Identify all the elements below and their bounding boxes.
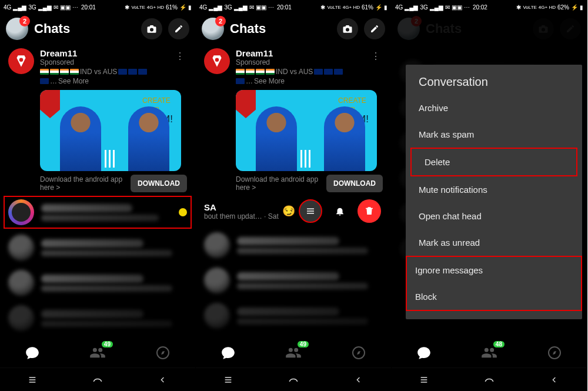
chat-preview-blurred <box>237 283 368 289</box>
tab-discover[interactable] <box>151 341 175 365</box>
sponsor-banner[interactable]: CREATEYOURTEAM! <box>236 90 377 171</box>
home-arc-icon <box>482 375 497 385</box>
system-nav-bar <box>392 367 587 391</box>
swipe-delete-button[interactable] <box>358 199 381 223</box>
recents-button[interactable] <box>215 372 242 387</box>
charging-icon: ⚡ <box>179 4 186 11</box>
bluetooth-icon: ✱ <box>125 4 129 11</box>
net-4g-icon: 4G <box>395 4 403 11</box>
swipe-menu-button[interactable] <box>299 199 322 223</box>
menu-title: Conversation <box>406 75 582 95</box>
download-button[interactable]: DOWNLOAD <box>131 175 187 192</box>
sponsor-banner[interactable]: CREATEYOURTEAM! <box>40 90 181 171</box>
back-button[interactable] <box>541 372 568 387</box>
app-header: 2 Chats <box>196 14 391 44</box>
home-button[interactable] <box>280 372 307 387</box>
chat-avatar[interactable] <box>8 235 34 260</box>
chat-row-highlighted[interactable] <box>0 195 195 230</box>
chat-name-blurred <box>41 275 143 283</box>
ribbon-icon <box>40 90 60 118</box>
signal-icon: ▂▄▆ <box>209 4 222 11</box>
chat-avatar[interactable] <box>8 199 34 225</box>
see-more-link[interactable]: See More <box>254 77 285 85</box>
menu-unread[interactable]: Mark as unread <box>406 229 582 256</box>
camera-button[interactable] <box>337 18 358 39</box>
tab-people[interactable]: 48 <box>477 341 501 365</box>
chat-row-swiped[interactable]: SA bout them updat… · Sat 😏 <box>196 195 391 228</box>
system-nav-bar <box>0 367 195 391</box>
chat-list[interactable] <box>0 195 195 338</box>
sponsored-card[interactable]: Dream11 Sponsored IND vs AUS …See More ⋮… <box>204 48 383 192</box>
more-notifs-icon: ⋯ <box>268 4 275 11</box>
home-arc-icon <box>286 375 301 385</box>
dream11-logo <box>204 48 230 74</box>
tab-people[interactable]: 49 <box>282 341 305 365</box>
swipe-mute-button[interactable] <box>328 199 352 223</box>
chat-avatar[interactable] <box>204 268 230 293</box>
profile-avatar[interactable]: 2 <box>202 18 224 40</box>
card-more-button[interactable]: ⋮ <box>369 48 383 64</box>
people-count-badge: 48 <box>493 341 505 347</box>
card-more-button[interactable]: ⋮ <box>173 48 187 64</box>
menu-spam[interactable]: Mark as spam <box>406 121 582 148</box>
reaction-emoji-icon: 😏 <box>282 205 295 218</box>
tab-discover[interactable] <box>543 341 566 365</box>
home-button[interactable] <box>476 372 503 387</box>
chat-preview-blurred <box>237 248 368 254</box>
signal-icon: ▂▄▆ <box>234 4 248 11</box>
download-button[interactable]: DOWNLOAD <box>326 175 383 192</box>
chat-row[interactable] <box>0 300 195 336</box>
stumps-icon <box>300 150 312 168</box>
sponsored-card[interactable]: Dream11 Sponsored IND vs AUS …See More ⋮… <box>8 48 187 192</box>
volte-icon: VoLTE <box>327 5 340 10</box>
chat-row[interactable] <box>0 230 195 265</box>
chat-row[interactable] <box>196 263 391 298</box>
menu-block[interactable]: Block <box>407 283 581 310</box>
menu-ignore[interactable]: Ignore messages <box>407 257 581 283</box>
see-more-link[interactable]: See More <box>58 77 89 85</box>
profile-avatar[interactable]: 2 <box>6 18 28 40</box>
screen-2: 4G▂▄▆ 3G▂▄▆ ✉▣▣ ⋯ 20:01 ✱ VoLTE 4G+ HD 6… <box>196 0 392 391</box>
flag-india-icon <box>256 69 265 75</box>
recents-button[interactable] <box>410 372 437 387</box>
tab-discover[interactable] <box>347 341 370 365</box>
home-button[interactable] <box>84 372 111 387</box>
compose-button[interactable] <box>364 18 385 39</box>
chat-avatar[interactable] <box>204 303 230 329</box>
compose-button[interactable] <box>168 18 189 39</box>
unread-dot-icon <box>179 208 187 216</box>
chat-row[interactable] <box>196 228 391 263</box>
chat-list[interactable]: SA bout them updat… · Sat 😏 <box>196 195 391 338</box>
tab-chats[interactable] <box>412 341 436 365</box>
clock-text: 20:01 <box>277 4 292 11</box>
flag-aus-icon <box>40 78 49 84</box>
menu-archive[interactable]: Archive <box>406 95 582 121</box>
tab-people[interactable]: 49 <box>86 341 109 365</box>
back-button[interactable] <box>149 372 176 387</box>
sponsor-caption: IND vs AUS <box>236 68 363 76</box>
chat-row[interactable] <box>0 265 195 300</box>
battery-text: 61% <box>362 4 373 11</box>
more-notifs-icon: ⋯ <box>72 4 79 11</box>
chat-row[interactable] <box>196 298 391 333</box>
recents-button[interactable] <box>19 372 46 387</box>
tab-chats[interactable] <box>216 341 240 365</box>
camera-icon <box>146 24 157 34</box>
camera-button[interactable] <box>141 18 162 39</box>
flag-aus-icon <box>138 69 147 75</box>
menu-open-head[interactable]: Open chat head <box>406 203 582 229</box>
flag-india-icon <box>246 69 255 75</box>
chat-avatar[interactable] <box>8 305 34 331</box>
menu-mute[interactable]: Mute notifications <box>406 176 582 203</box>
back-button[interactable] <box>345 372 372 387</box>
menu-delete[interactable]: Delete <box>410 148 577 176</box>
chat-avatar[interactable] <box>204 232 230 258</box>
chat-avatar[interactable] <box>8 270 34 296</box>
more-notifs-icon: ⋯ <box>464 4 471 11</box>
menu-lines-icon <box>26 375 38 385</box>
chat-name-blurred <box>237 272 339 280</box>
chat-bubble-icon <box>25 345 40 360</box>
volte-icon: VoLTE <box>131 5 145 10</box>
tab-chats[interactable] <box>21 341 44 365</box>
flag-aus-icon <box>334 69 343 75</box>
